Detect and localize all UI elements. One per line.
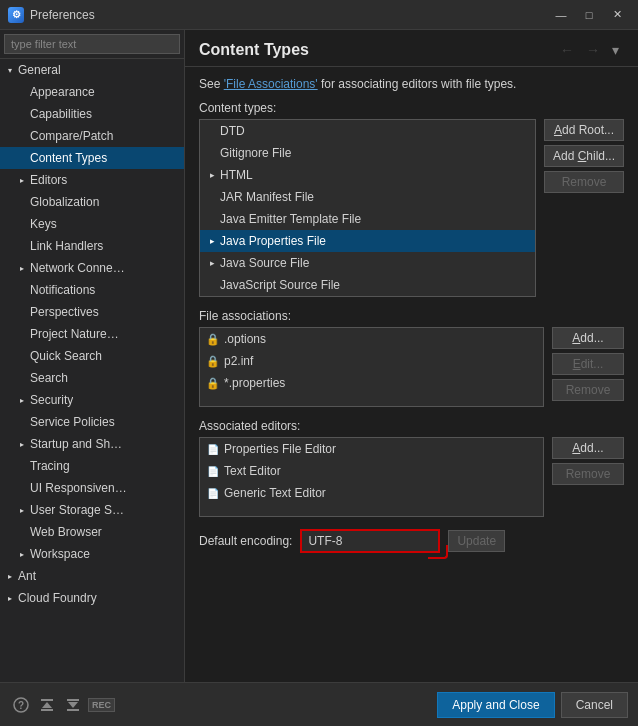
file-assoc-buttons: Add... Edit... Remove xyxy=(552,327,624,407)
update-encoding-button[interactable]: Update xyxy=(448,530,505,552)
sidebar-item-compare-patch[interactable]: Compare/Patch xyxy=(0,125,184,147)
fa-label-properties: *.properties xyxy=(224,376,285,390)
apply-and-close-button[interactable]: Apply and Close xyxy=(437,692,554,718)
edit-file-assoc-button[interactable]: Edit... xyxy=(552,353,624,375)
list-item[interactable]: 🔒 .options xyxy=(200,328,543,350)
list-item[interactable]: 🔒 p2.inf xyxy=(200,350,543,372)
sidebar-tree: General Appearance Capabilities Compare/… xyxy=(0,59,184,682)
sidebar-item-cloud-foundry[interactable]: Cloud Foundry xyxy=(0,587,184,609)
sidebar-item-notifications[interactable]: Notifications xyxy=(0,279,184,301)
list-item[interactable]: ▸ Java Source File xyxy=(200,252,535,274)
window-title: Preferences xyxy=(30,8,548,22)
sidebar-item-keys[interactable]: Keys xyxy=(0,213,184,235)
nav-back-button[interactable]: ← xyxy=(555,40,579,60)
sidebar-item-quick-search[interactable]: Quick Search xyxy=(0,345,184,367)
encoding-label: Default encoding: xyxy=(199,534,292,548)
remove-content-type-button[interactable]: Remove xyxy=(544,171,624,193)
add-editor-button[interactable]: Add... xyxy=(552,437,624,459)
close-button[interactable]: ✕ xyxy=(604,5,630,25)
ct-label-gitignore: Gitignore File xyxy=(220,146,291,160)
help-button[interactable]: ? xyxy=(10,694,32,716)
nav-forward-button[interactable]: → xyxy=(581,40,605,60)
intro-prefix: See xyxy=(199,77,224,91)
filter-input[interactable] xyxy=(4,34,180,54)
list-item-java-properties[interactable]: ▸ Java Properties File xyxy=(200,230,535,252)
sidebar-item-network-connections[interactable]: Network Conne… xyxy=(0,257,184,279)
sidebar-label-security: Security xyxy=(30,393,73,407)
sidebar-item-ui-responsiveness[interactable]: UI Responsiven… xyxy=(0,477,184,499)
maximize-button[interactable]: □ xyxy=(576,5,602,25)
apply-label: Apply and Close xyxy=(452,698,539,712)
intro-text: See 'File Associations' for associating … xyxy=(199,77,624,91)
sidebar-label-startup: Startup and Sh… xyxy=(30,437,122,451)
list-item[interactable]: 📄 Properties File Editor xyxy=(200,438,543,460)
sidebar-item-ant[interactable]: Ant xyxy=(0,565,184,587)
right-panel: Content Types ← → ▾ See 'File Associatio… xyxy=(185,30,638,682)
file-assoc-list[interactable]: 🔒 .options 🔒 p2.inf 🔒 *.properties xyxy=(199,327,544,407)
sidebar-item-general[interactable]: General xyxy=(0,59,184,81)
sidebar-item-globalization[interactable]: Globalization xyxy=(0,191,184,213)
doc-icon: 📄 xyxy=(206,442,220,456)
sidebar-item-user-storage[interactable]: User Storage S… xyxy=(0,499,184,521)
sidebar-item-search[interactable]: Search xyxy=(0,367,184,389)
editors-list[interactable]: 📄 Properties File Editor 📄 Text Editor 📄… xyxy=(199,437,544,517)
sidebar-label-notifications: Notifications xyxy=(30,283,95,297)
remove-fa-label: Remove xyxy=(566,383,611,397)
import-button[interactable] xyxy=(36,694,58,716)
lock-icon: 🔒 xyxy=(206,377,220,390)
expand-arrow-ant xyxy=(4,570,16,582)
rec-button[interactable]: REC xyxy=(88,698,115,712)
ct-arrow-html: ▸ xyxy=(206,169,218,181)
sidebar-item-service-policies[interactable]: Service Policies xyxy=(0,411,184,433)
sidebar-item-editors[interactable]: Editors xyxy=(0,169,184,191)
sidebar-item-perspectives[interactable]: Perspectives xyxy=(0,301,184,323)
list-item[interactable]: 📄 Text Editor xyxy=(200,460,543,482)
nav-dropdown-button[interactable]: ▾ xyxy=(607,40,624,60)
sidebar-label-network: Network Conne… xyxy=(30,261,125,275)
sidebar-item-appearance[interactable]: Appearance xyxy=(0,81,184,103)
sidebar-item-content-types[interactable]: Content Types xyxy=(0,147,184,169)
file-associations-link[interactable]: 'File Associations' xyxy=(224,77,318,91)
add-root-label: Add Root... xyxy=(554,123,614,137)
add-root-button[interactable]: Add Root... xyxy=(544,119,624,141)
sidebar-item-startup-shutdown[interactable]: Startup and Sh… xyxy=(0,433,184,455)
svg-text:?: ? xyxy=(18,700,24,711)
rec-label: REC xyxy=(92,700,111,710)
remove-editor-button[interactable]: Remove xyxy=(552,463,624,485)
remove-file-assoc-button[interactable]: Remove xyxy=(552,379,624,401)
sidebar-item-workspace[interactable]: Workspace xyxy=(0,543,184,565)
editor-label-properties: Properties File Editor xyxy=(224,442,336,456)
sidebar-item-tracing[interactable]: Tracing xyxy=(0,455,184,477)
editor-label-text: Text Editor xyxy=(224,464,281,478)
editors-buttons: Add... Remove xyxy=(552,437,624,517)
sidebar-label-globalization: Globalization xyxy=(30,195,99,209)
sidebar-label-web-browser: Web Browser xyxy=(30,525,102,539)
sidebar-item-link-handlers[interactable]: Link Handlers xyxy=(0,235,184,257)
sidebar-item-security[interactable]: Security xyxy=(0,389,184,411)
minimize-button[interactable]: — xyxy=(548,5,574,25)
sidebar-item-web-browser[interactable]: Web Browser xyxy=(0,521,184,543)
expand-arrow-user-storage xyxy=(16,504,28,516)
list-item[interactable]: ▸ HTML xyxy=(200,164,535,186)
list-item[interactable]: ▸ Java Emitter Template File xyxy=(200,208,535,230)
sidebar-label-search: Search xyxy=(30,371,68,385)
sidebar-label-capabilities: Capabilities xyxy=(30,107,92,121)
list-item[interactable]: ▸ Gitignore File xyxy=(200,142,535,164)
list-item[interactable]: ▸ JavaScript Source File xyxy=(200,274,535,296)
sidebar-item-project-natures[interactable]: Project Nature… xyxy=(0,323,184,345)
export-button[interactable] xyxy=(62,694,84,716)
add-child-button[interactable]: Add Child... xyxy=(544,145,624,167)
ct-arrow-java-properties: ▸ xyxy=(206,235,218,247)
cancel-button[interactable]: Cancel xyxy=(561,692,628,718)
add-file-assoc-button[interactable]: Add... xyxy=(552,327,624,349)
list-item[interactable]: 📄 Generic Text Editor xyxy=(200,482,543,504)
encoding-input[interactable] xyxy=(300,529,440,553)
expand-arrow-startup xyxy=(16,438,28,450)
import-icon xyxy=(39,697,55,713)
list-item[interactable]: 🔒 *.properties xyxy=(200,372,543,394)
content-types-list[interactable]: ▸ DTD ▸ Gitignore File ▸ HTML ▸ xyxy=(199,119,536,297)
list-item[interactable]: ▸ DTD xyxy=(200,120,535,142)
sidebar-item-capabilities[interactable]: Capabilities xyxy=(0,103,184,125)
list-item[interactable]: ▸ JAR Manifest File xyxy=(200,186,535,208)
export-icon xyxy=(65,697,81,713)
